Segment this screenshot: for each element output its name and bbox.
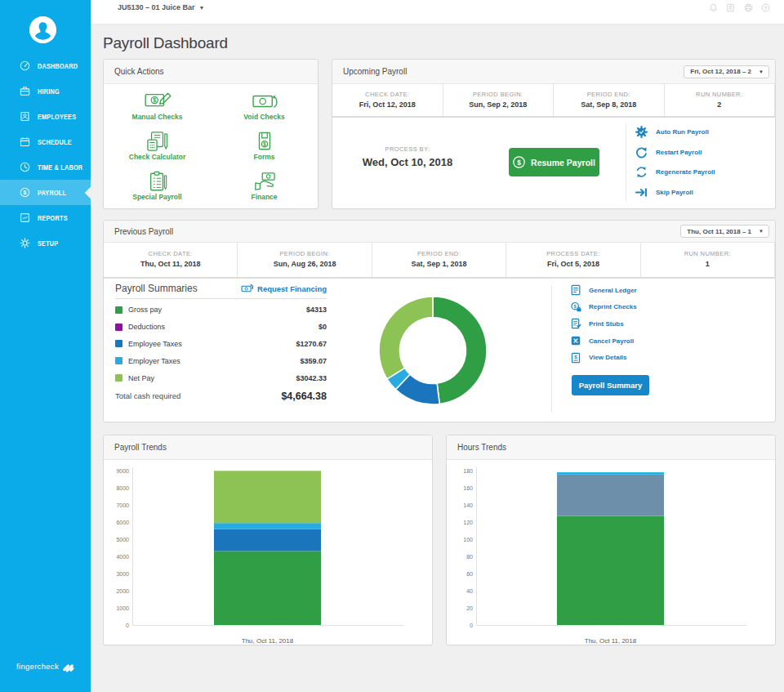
- upcoming-payroll-title: Upcoming Payroll: [343, 67, 407, 76]
- quick-action[interactable]: Special Payroll: [104, 166, 211, 206]
- legend-swatch: [115, 374, 122, 382]
- payroll-action-link[interactable]: Print Stubs: [570, 315, 637, 333]
- quick-action[interactable]: Finance: [211, 166, 318, 206]
- payroll-action-link[interactable]: Cancel Payroll: [570, 333, 637, 350]
- previous-payroll-selector[interactable]: Thu, Oct 11, 2018 – 1 ▼: [680, 225, 769, 238]
- view-details-icon: $: [570, 352, 581, 364]
- divider: [626, 123, 626, 201]
- payroll-summaries-header: Payroll Summaries Request Financing: [115, 283, 327, 299]
- check-calculator-icon: [142, 131, 173, 152]
- legend-row: Employer Taxes $359.07: [115, 352, 327, 369]
- upcoming-payroll-actions: Auto Run Payroll Restart Payroll Regener…: [635, 122, 715, 203]
- resume-payroll-button[interactable]: $ Resume Payroll: [509, 148, 599, 176]
- y-tick-label: 80: [466, 554, 473, 560]
- sidebar-item[interactable]: DASHBOARD: [0, 53, 91, 78]
- financing-icon: [241, 283, 254, 293]
- company-selector[interactable]: JU5130 – 01 Juice Bar ▼: [118, 0, 205, 15]
- bar-segment: [214, 523, 321, 529]
- sidebar-item[interactable]: HIRING: [0, 78, 91, 104]
- payroll-action-link[interactable]: $ View Details: [570, 349, 637, 366]
- hours-trends-chart: 020406080100120140160180Thu, Oct 11, 201…: [447, 460, 775, 645]
- quick-action[interactable]: $ Forms: [211, 126, 318, 166]
- bar-segment: [214, 471, 321, 523]
- legend-value: $359.07: [300, 357, 327, 365]
- payroll-trends-chart: 0100020003000400050006000700080009000Thu…: [104, 460, 432, 645]
- sidebar-item[interactable]: $ PAYROLL: [0, 180, 91, 205]
- sidebar-item[interactable]: TIME & LABOR: [0, 154, 91, 180]
- stat-value: 1: [641, 260, 774, 268]
- employees-icon: [20, 111, 30, 122]
- quick-action[interactable]: Check Calculator: [104, 126, 211, 166]
- payroll-summaries: Payroll Summaries Request Financing Gros…: [115, 283, 327, 402]
- payroll-action-label: Auto Run Payroll: [656, 128, 709, 136]
- request-financing-link[interactable]: Request Financing: [241, 283, 327, 293]
- payroll-icon: $: [20, 187, 30, 198]
- sidebar-item[interactable]: SETUP: [0, 230, 91, 256]
- restart-icon: [635, 146, 648, 158]
- payroll-summary-button[interactable]: Payroll Summary: [572, 375, 649, 395]
- topbar-icons: ?: [709, 0, 771, 15]
- calendar-icon: [20, 136, 30, 147]
- y-tick-label: 160: [463, 485, 473, 491]
- payroll-summaries-title: Payroll Summaries: [115, 283, 198, 294]
- fingercheck-logo: fingercheck: [0, 661, 91, 672]
- gear-icon: [20, 238, 30, 248]
- request-financing-label: Request Financing: [257, 284, 327, 293]
- x-axis-label: Thu, Oct 11, 2018: [585, 637, 637, 645]
- finance-icon: [249, 171, 280, 192]
- quick-action[interactable]: $ Manual Checks: [104, 86, 211, 126]
- ledger-icon: [570, 284, 581, 296]
- payroll-action-label: Cancel Payroll: [589, 337, 634, 345]
- legend-row: Employee Taxes $1270.67: [115, 336, 327, 353]
- previous-payroll-title: Previous Payroll: [114, 227, 173, 236]
- stat-label: RUN NUMBER:: [641, 250, 774, 257]
- legend-swatch: [115, 357, 122, 364]
- payroll-action-link[interactable]: $ Reprint Checks: [570, 299, 637, 316]
- stat-value: Fri, Oct 12, 2018: [332, 100, 443, 109]
- upcoming-payroll-selector[interactable]: Fri, Oct 12, 2018 – 2 ▼: [684, 65, 769, 78]
- bar-segment: [557, 472, 664, 475]
- help-icon[interactable]: ?: [761, 3, 770, 12]
- upcoming-payroll-selector-value: Fri, Oct 12, 2018 – 2: [690, 68, 751, 75]
- payroll-action-label: Print Stubs: [589, 320, 624, 328]
- regenerate-icon: [635, 166, 648, 178]
- y-tick-label: 4000: [116, 554, 129, 560]
- hours-trends-body: 020406080100120140160180Thu, Oct 11, 201…: [447, 460, 775, 645]
- quick-action[interactable]: Void Checks: [211, 86, 318, 126]
- reprint-checks-icon: $: [570, 301, 581, 313]
- notifications-icon[interactable]: [709, 3, 718, 12]
- payroll-trends-body: 0100020003000400050006000700080009000Thu…: [104, 460, 432, 645]
- total-cash-value: $4,664.38: [281, 391, 327, 402]
- payroll-action-link[interactable]: Skip Payroll: [635, 182, 715, 203]
- hours-trends-title: Hours Trends: [457, 443, 506, 452]
- sidebar-item[interactable]: REPORTS: [0, 205, 91, 230]
- sidebar-item-label: SETUP: [38, 239, 58, 248]
- quick-action-label: Special Payroll: [132, 193, 181, 201]
- payroll-action-link[interactable]: General Ledger: [570, 282, 637, 299]
- stat: CHECK DATE: Fri, Oct 12, 2018: [332, 84, 443, 116]
- legend-row: Net Pay $3042.33: [115, 369, 327, 386]
- total-cash-label: Total cash required: [115, 391, 180, 400]
- stat-label: CHECK DATE:: [104, 250, 237, 257]
- stat-value: Sun, Sep 2, 2018: [443, 100, 554, 109]
- avatar[interactable]: [29, 16, 56, 43]
- payroll-action-link[interactable]: Regenerate Payroll: [635, 163, 715, 183]
- donut-slice: [379, 297, 433, 379]
- payroll-action-link[interactable]: Auto Run Payroll: [635, 122, 715, 142]
- quick-action-label: Finance: [251, 193, 277, 201]
- previous-payroll-stats: CHECK DATE: Thu, Oct 11, 2018 PERIOD BEG…: [104, 243, 775, 279]
- process-by-value: Wed, Oct 10, 2018: [332, 156, 483, 168]
- printer-icon[interactable]: [744, 3, 753, 12]
- stat: RUN NUMBER: 1: [641, 243, 775, 277]
- svg-text:$: $: [24, 190, 27, 196]
- y-tick-label: 6000: [116, 520, 129, 525]
- divider: [551, 285, 552, 413]
- y-tick-label: 0: [126, 623, 129, 628]
- legend-label: Deductions: [128, 323, 165, 331]
- sidebar-item[interactable]: EMPLOYEES: [0, 104, 91, 129]
- y-tick-label: 100: [463, 537, 473, 542]
- stat-value: 2: [665, 100, 775, 109]
- id-card-icon[interactable]: [726, 3, 735, 12]
- sidebar-item[interactable]: SCHEDULE: [0, 129, 91, 154]
- payroll-action-link[interactable]: Restart Payroll: [635, 142, 715, 163]
